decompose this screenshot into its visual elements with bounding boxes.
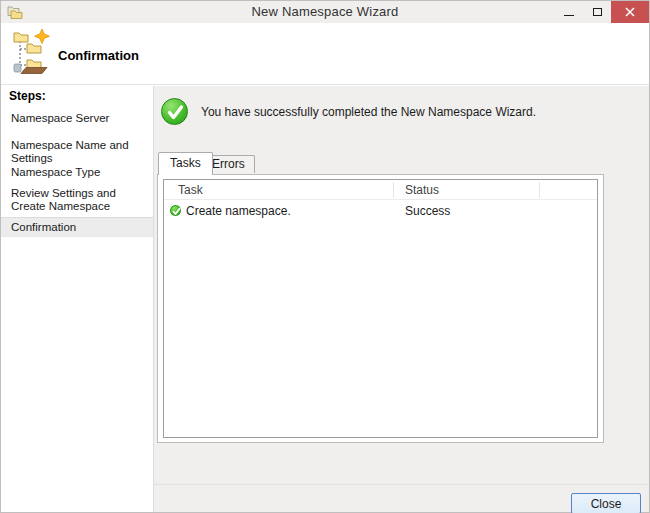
wizard-window: New Namespace Wizard xyxy=(0,0,650,513)
sidebar-item-confirmation[interactable]: Confirmation xyxy=(1,217,153,237)
tasks-table: Task Status Create namespace. Success xyxy=(163,179,598,438)
sidebar-item-review-settings[interactable]: Review Settings and Create Namespace xyxy=(1,187,151,213)
maximize-button[interactable] xyxy=(583,1,611,23)
close-icon xyxy=(625,7,635,17)
completion-message: You have successfully completed the New … xyxy=(201,105,536,119)
minimize-icon xyxy=(564,15,574,16)
status-cell: Success xyxy=(405,201,450,221)
sidebar-item-namespace-type[interactable]: Namespace Type xyxy=(1,166,153,179)
new-namespace-icon xyxy=(13,28,51,76)
sidebar-item-namespace-name-and-settings[interactable]: Namespace Name and Settings xyxy=(1,139,153,165)
table-row[interactable]: Create namespace. Success xyxy=(164,201,597,221)
steps-sidebar: Steps: Namespace Server Namespace Name a… xyxy=(1,86,154,512)
column-separator xyxy=(393,182,394,198)
caption-buttons xyxy=(555,1,649,23)
success-icon xyxy=(161,98,188,125)
task-cell: Create namespace. xyxy=(186,201,291,221)
tab-tasks[interactable]: Tasks xyxy=(158,152,213,175)
column-separator xyxy=(539,182,540,198)
window-title: New Namespace Wizard xyxy=(1,1,649,23)
table-header-task[interactable]: Task xyxy=(178,180,203,200)
table-header-status[interactable]: Status xyxy=(405,180,439,200)
steps-heading: Steps: xyxy=(9,89,46,103)
minimize-button[interactable] xyxy=(555,1,583,23)
tasks-tab-page: Task Status Create namespace. Success xyxy=(157,174,604,443)
table-header-row: Task Status xyxy=(164,180,597,200)
close-window-button[interactable] xyxy=(611,1,649,23)
page-title: Confirmation xyxy=(58,48,139,63)
sidebar-item-namespace-server[interactable]: Namespace Server xyxy=(1,112,153,125)
success-check-icon xyxy=(169,204,183,218)
titlebar: New Namespace Wizard xyxy=(1,1,649,23)
wizard-header: Confirmation xyxy=(1,23,649,85)
maximize-icon xyxy=(593,8,602,16)
close-button[interactable]: Close xyxy=(571,493,641,513)
